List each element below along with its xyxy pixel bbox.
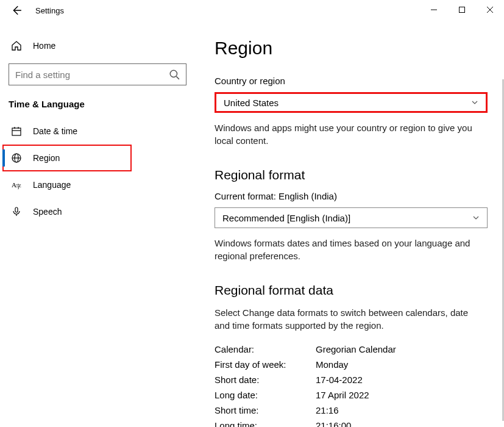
- format-value: Recommended [English (India)]: [222, 213, 350, 223]
- back-icon[interactable]: [11, 5, 22, 16]
- country-hint: Windows and apps might use your country …: [215, 121, 486, 147]
- table-row: Short date:17-04-2022: [215, 372, 486, 387]
- sidebar-item-label: Language: [33, 180, 71, 190]
- home-icon: [11, 40, 22, 51]
- svg-rect-1: [460, 7, 465, 13]
- sidebar-item-label: Home: [33, 41, 55, 51]
- sidebar-item-region[interactable]: Region: [2, 145, 132, 171]
- svg-point-5: [170, 70, 177, 77]
- table-row: Calendar:Gregorian Calendar: [215, 342, 486, 357]
- search-input-container[interactable]: [9, 63, 186, 85]
- table-row: Long time:21:16:00: [215, 418, 486, 427]
- format-data-heading: Regional format data: [215, 283, 486, 298]
- table-row: Short time:21:16: [215, 403, 486, 418]
- sidebar-item-label: Region: [33, 153, 60, 163]
- current-format-label: Current format: English (India): [215, 191, 486, 201]
- sidebar-item-label: Speech: [33, 207, 62, 217]
- sidebar-item-home[interactable]: Home: [0, 34, 195, 57]
- svg-rect-16: [15, 207, 18, 212]
- country-value: United States: [224, 98, 279, 108]
- format-data-hint: Select Change data formats to switch bet…: [215, 306, 486, 332]
- regional-format-heading: Regional format: [215, 168, 486, 182]
- table-row: Long date:17 April 2022: [215, 387, 486, 403]
- close-button[interactable]: [476, 0, 504, 20]
- svg-line-6: [176, 76, 179, 79]
- calendar-icon: [11, 126, 22, 137]
- country-label: Country or region: [215, 76, 486, 86]
- language-icon: A字: [11, 179, 22, 190]
- country-dropdown[interactable]: United States: [215, 92, 488, 113]
- microphone-icon: [11, 206, 22, 217]
- svg-rect-7: [12, 128, 21, 135]
- sidebar-category: Time & Language: [0, 85, 195, 118]
- sidebar: Settings Home Time & Language Date & tim…: [0, 20, 195, 427]
- svg-text:字: 字: [16, 184, 21, 190]
- sidebar-item-date-time[interactable]: Date & time: [0, 118, 195, 145]
- globe-icon: [11, 152, 22, 163]
- window-title: Settings: [35, 6, 64, 15]
- chevron-down-icon: [471, 98, 478, 108]
- format-hint: Windows formats dates and times based on…: [215, 237, 486, 262]
- format-dropdown[interactable]: Recommended [English (India)]: [215, 207, 488, 228]
- maximize-button[interactable]: [448, 0, 476, 20]
- chevron-down-icon: [472, 213, 480, 223]
- main-content: Region Country or region United States W…: [195, 20, 504, 427]
- sidebar-item-language[interactable]: A字 Language: [0, 171, 195, 198]
- page-title: Region: [215, 38, 486, 59]
- search-input[interactable]: [15, 70, 161, 80]
- table-row: First day of week:Monday: [215, 357, 486, 372]
- sidebar-item-speech[interactable]: Speech: [0, 198, 195, 225]
- search-icon: [169, 69, 180, 80]
- sidebar-item-label: Date & time: [33, 126, 77, 136]
- minimize-button[interactable]: [420, 0, 448, 20]
